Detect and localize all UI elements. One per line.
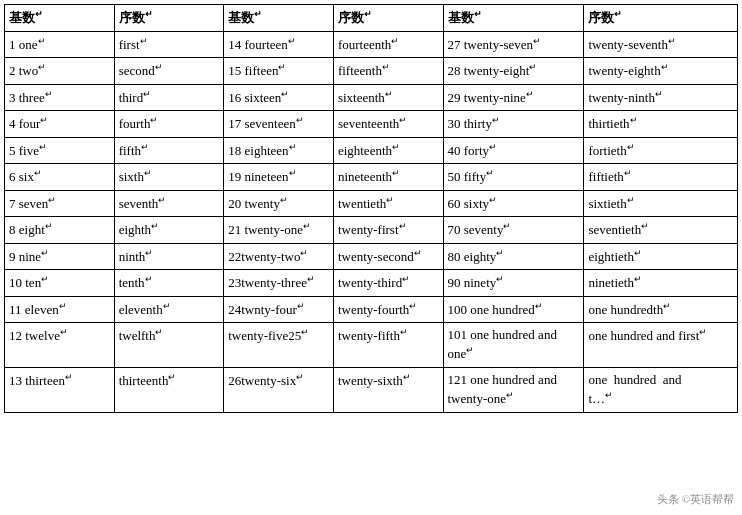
cell-5-1: sixth↵ [114,164,224,191]
cell-9-3: twenty-third↵ [333,270,443,297]
cell-6-3: twentieth↵ [333,190,443,217]
table-row: 7 seven↵seventh↵20 twenty↵twentieth↵60 s… [5,190,738,217]
cell-4-3: eighteenth↵ [333,137,443,164]
cell-10-5: one hundredth↵ [584,296,738,323]
cell-0-0: 1 one↵ [5,31,115,58]
header-col-3: 基数↵ [224,5,334,32]
table-row: 3 three↵third↵16 sixteen↵sixteenth↵29 tw… [5,84,738,111]
table-wrapper: 基数↵ 序数↵ 基数↵ 序数↵ 基数↵ 序数↵ 1 one↵first↵14 f… [0,0,742,417]
cell-3-3: seventeenth↵ [333,111,443,138]
cell-4-5: fortieth↵ [584,137,738,164]
cell-2-5: twenty-ninth↵ [584,84,738,111]
cell-9-5: ninetieth↵ [584,270,738,297]
cell-5-3: nineteenth↵ [333,164,443,191]
cell-1-0: 2 two↵ [5,58,115,85]
cell-1-2: 15 fifteen↵ [224,58,334,85]
cell-9-1: tenth↵ [114,270,224,297]
table-row: 1 one↵first↵14 fourteen↵fourteenth↵27 tw… [5,31,738,58]
cell-4-4: 40 forty↵ [443,137,584,164]
cell-3-5: thirtieth↵ [584,111,738,138]
cell-4-0: 5 five↵ [5,137,115,164]
cell-1-1: second↵ [114,58,224,85]
cell-2-2: 16 sixteen↵ [224,84,334,111]
cell-12-5: one hundred andt…↵ [584,367,738,412]
cell-2-1: third↵ [114,84,224,111]
cell-5-2: 19 nineteen↵ [224,164,334,191]
cell-3-2: 17 seventeen↵ [224,111,334,138]
cell-5-4: 50 fifty↵ [443,164,584,191]
table-row: 11 eleven↵eleventh↵24twnty-four↵twenty-f… [5,296,738,323]
header-col-2: 序数↵ [114,5,224,32]
cell-9-2: 23twenty-three↵ [224,270,334,297]
cell-8-4: 80 eighty↵ [443,243,584,270]
cell-12-4: 121 one hundred andtwenty-one↵ [443,367,584,412]
cell-11-5: one hundred and first↵ [584,323,738,368]
cell-0-4: 27 twenty-seven↵ [443,31,584,58]
cell-7-2: 21 twenty-one↵ [224,217,334,244]
cell-6-1: seventh↵ [114,190,224,217]
cell-3-0: 4 four↵ [5,111,115,138]
cell-8-2: 22twenty-two↵ [224,243,334,270]
numbers-table: 基数↵ 序数↵ 基数↵ 序数↵ 基数↵ 序数↵ 1 one↵first↵14 f… [4,4,738,413]
cell-7-5: seventieth↵ [584,217,738,244]
table-row: 8 eight↵eighth↵21 twenty-one↵twenty-firs… [5,217,738,244]
cell-10-0: 11 eleven↵ [5,296,115,323]
header-col-1: 基数↵ [5,5,115,32]
cell-1-5: twenty-eighth↵ [584,58,738,85]
table-row: 5 five↵fifth↵18 eighteen↵eighteenth↵40 f… [5,137,738,164]
cell-7-1: eighth↵ [114,217,224,244]
cell-3-4: 30 thirty↵ [443,111,584,138]
cell-5-0: 6 six↵ [5,164,115,191]
header-col-5: 基数↵ [443,5,584,32]
cell-7-3: twenty-first↵ [333,217,443,244]
table-row: 13 thirteen↵thirteenth↵26twenty-six↵twen… [5,367,738,412]
cell-7-4: 70 seventy↵ [443,217,584,244]
cell-10-2: 24twnty-four↵ [224,296,334,323]
cell-12-2: 26twenty-six↵ [224,367,334,412]
watermark: 头条 ©英语帮帮 [657,492,734,507]
cell-12-0: 13 thirteen↵ [5,367,115,412]
cell-10-4: 100 one hundred↵ [443,296,584,323]
cell-11-3: twenty-fifth↵ [333,323,443,368]
cell-1-4: 28 twenty-eight↵ [443,58,584,85]
cell-7-0: 8 eight↵ [5,217,115,244]
cell-0-1: first↵ [114,31,224,58]
cell-10-3: twenty-fourth↵ [333,296,443,323]
cell-11-2: twenty-five25↵ [224,323,334,368]
cell-6-2: 20 twenty↵ [224,190,334,217]
cell-8-0: 9 nine↵ [5,243,115,270]
table-row: 6 six↵sixth↵19 nineteen↵nineteenth↵50 fi… [5,164,738,191]
header-row: 基数↵ 序数↵ 基数↵ 序数↵ 基数↵ 序数↵ [5,5,738,32]
cell-4-2: 18 eighteen↵ [224,137,334,164]
cell-0-2: 14 fourteen↵ [224,31,334,58]
cell-0-3: fourteenth↵ [333,31,443,58]
cell-8-5: eightieth↵ [584,243,738,270]
cell-2-3: sixteenth↵ [333,84,443,111]
cell-12-3: twenty-sixth↵ [333,367,443,412]
cell-2-4: 29 twenty-nine↵ [443,84,584,111]
table-row: 10 ten↵tenth↵23twenty-three↵twenty-third… [5,270,738,297]
table-row: 9 nine↵ninth↵22twenty-two↵twenty-second↵… [5,243,738,270]
header-col-4: 序数↵ [333,5,443,32]
cell-3-1: fourth↵ [114,111,224,138]
table-row: 4 four↵fourth↵17 seventeen↵seventeenth↵3… [5,111,738,138]
cell-0-5: twenty-seventh↵ [584,31,738,58]
cell-8-3: twenty-second↵ [333,243,443,270]
cell-8-1: ninth↵ [114,243,224,270]
table-row: 2 two↵second↵15 fifteen↵fifteenth↵28 twe… [5,58,738,85]
cell-5-5: fiftieth↵ [584,164,738,191]
cell-11-0: 12 twelve↵ [5,323,115,368]
cell-6-4: 60 sixty↵ [443,190,584,217]
cell-11-1: twelfth↵ [114,323,224,368]
cell-2-0: 3 three↵ [5,84,115,111]
cell-12-1: thirteenth↵ [114,367,224,412]
table-row: 12 twelve↵twelfth↵twenty-five25↵twenty-f… [5,323,738,368]
cell-9-4: 90 ninety↵ [443,270,584,297]
cell-6-5: sixtieth↵ [584,190,738,217]
cell-9-0: 10 ten↵ [5,270,115,297]
cell-10-1: eleventh↵ [114,296,224,323]
cell-6-0: 7 seven↵ [5,190,115,217]
cell-4-1: fifth↵ [114,137,224,164]
cell-11-4: 101 one hundred andone↵ [443,323,584,368]
header-col-6: 序数↵ [584,5,738,32]
